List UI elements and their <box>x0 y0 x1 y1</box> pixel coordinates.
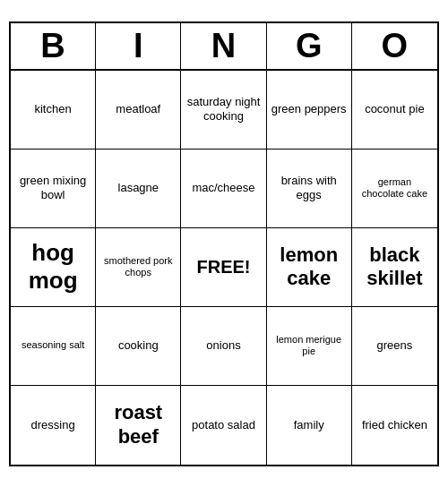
bingo-letter: N <box>181 23 266 69</box>
bingo-cell: lemon merigue pie <box>267 307 352 386</box>
bingo-cell: lemon cake <box>267 228 352 307</box>
bingo-cell: greens <box>352 307 437 386</box>
bingo-cell: potato salad <box>181 386 266 465</box>
bingo-cell: kitchen <box>11 71 96 150</box>
bingo-cell: cooking <box>96 307 181 386</box>
bingo-cell: german chocolate cake <box>352 150 437 228</box>
bingo-cell: green peppers <box>267 71 352 150</box>
bingo-cell: brains with eggs <box>267 150 352 228</box>
bingo-cell: coconut pie <box>352 71 437 150</box>
bingo-grid: kitchenmeatloafsaturday night cookinggre… <box>11 71 437 465</box>
bingo-header: BINGO <box>11 23 437 71</box>
bingo-letter: B <box>11 23 96 69</box>
bingo-cell: onions <box>181 307 266 386</box>
bingo-cell: lasagne <box>96 150 181 228</box>
bingo-letter: I <box>96 23 181 69</box>
bingo-letter: G <box>267 23 352 69</box>
bingo-cell: hog mog <box>11 228 96 307</box>
bingo-cell: dressing <box>11 386 96 465</box>
bingo-cell: roast beef <box>96 386 181 465</box>
bingo-cell: smothered pork chops <box>96 228 181 307</box>
bingo-cell: green mixing bowl <box>11 150 96 228</box>
bingo-cell: meatloaf <box>96 71 181 150</box>
bingo-cell: seasoning salt <box>11 307 96 386</box>
bingo-cell: saturday night cooking <box>181 71 266 150</box>
bingo-letter: O <box>352 23 437 69</box>
bingo-cell: family <box>267 386 352 465</box>
bingo-cell: mac/cheese <box>181 150 266 228</box>
bingo-card: BINGO kitchenmeatloafsaturday night cook… <box>9 21 439 466</box>
bingo-cell: fried chicken <box>352 386 437 465</box>
bingo-cell: black skillet <box>352 228 437 307</box>
bingo-cell: FREE! <box>181 228 266 307</box>
